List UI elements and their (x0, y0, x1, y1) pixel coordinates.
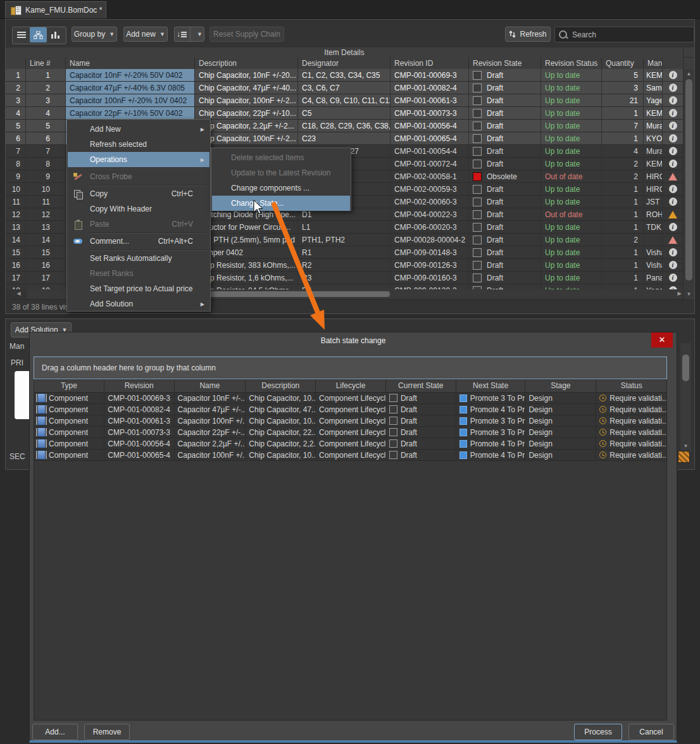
row-status-icon[interactable]: i (669, 198, 677, 206)
scroll-up-icon[interactable]: ▲ (684, 70, 694, 79)
row-status-icon[interactable]: i (669, 122, 677, 130)
column-header-line[interactable]: Line # (26, 58, 66, 69)
grid-header-lifecycle[interactable]: Lifecycle (316, 380, 386, 392)
column-header-info[interactable] (663, 58, 683, 69)
grid-header-name[interactable]: Name (175, 380, 246, 392)
process-button[interactable]: Process (574, 724, 622, 740)
column-header-name[interactable]: Name (66, 58, 195, 69)
state-label: Draft (487, 84, 503, 92)
row-status-icon[interactable]: i (669, 274, 677, 282)
grid-header-description[interactable]: Description (246, 380, 316, 392)
context-menu-item[interactable]: Paste Ctrl+V (68, 217, 209, 232)
row-status-icon[interactable] (668, 236, 677, 244)
row-status-icon[interactable]: i (669, 248, 677, 256)
panel-badge-icon[interactable] (678, 451, 690, 463)
panel-scroll-thumb[interactable] (682, 355, 689, 381)
context-menu-item[interactable]: Add Solution ▶ (68, 296, 209, 312)
cancel-button[interactable]: Cancel (628, 724, 674, 740)
row-status-icon[interactable]: i (669, 84, 677, 92)
state-swatch-icon (473, 84, 482, 92)
row-index-header[interactable] (6, 58, 26, 69)
column-header-manufacturer[interactable]: Manu (644, 58, 663, 69)
search-input[interactable] (571, 30, 681, 40)
grid-header-stage[interactable]: Stage (525, 380, 596, 392)
document-tab[interactable]: Kame_FMU.BomDoc * (5, 1, 106, 18)
list-view-button[interactable] (13, 27, 30, 42)
table-row[interactable]: 3 3 Capacitor 100nF +/-20% 10V 0402 Chip… (6, 94, 683, 107)
next-state-cell[interactable]: Promote 4 To Pr... (456, 438, 526, 449)
row-status-icon[interactable]: i (669, 185, 677, 193)
grid-header-next-state[interactable]: Next State (456, 380, 526, 392)
context-menu-item[interactable]: Comment... Ctrl+Alt+C (68, 234, 209, 249)
chart-view-button[interactable] (47, 27, 64, 42)
column-header-designator[interactable]: Designator (298, 58, 391, 69)
reset-supply-chain-button[interactable]: Reset Supply Chain (209, 27, 284, 42)
panel-scroll-down-icon[interactable]: ▼ (680, 442, 691, 451)
grid-row[interactable]: Component CMP-001-00056-4 Capacitor 2,2µ… (34, 438, 666, 450)
grid-row[interactable]: Component CMP-001-00082-4 Capacitor 47µF… (34, 404, 666, 415)
grid-row[interactable]: Component CMP-001-00069-3 Capacitor 10nF… (34, 393, 666, 404)
table-row[interactable]: 2 2 Capacitor 47µF +/-40% 6.3V 0805 Chip… (6, 82, 683, 94)
vertical-scrollbar[interactable]: ▲ ▼ (683, 69, 694, 299)
grid-row[interactable]: Component CMP-001-00073-3 Capacitor 22pF… (34, 427, 666, 438)
row-status-icon[interactable] (668, 173, 677, 180)
column-header-revision-id[interactable]: Revision ID (391, 58, 469, 69)
submenu-item[interactable]: Update to the Latest Revision (212, 165, 350, 180)
context-menu-item[interactable]: Operations ▶ (68, 152, 209, 167)
context-menu-item[interactable]: Copy Ctrl+C (68, 186, 209, 201)
sort-split-button[interactable]: ↓ ▼ (174, 27, 204, 42)
column-header-revision-status[interactable]: Revision Status (541, 58, 602, 69)
scroll-right-icon[interactable]: ▶ (674, 289, 685, 298)
submenu-item[interactable]: Change components ... (212, 180, 350, 196)
row-status-icon[interactable] (668, 211, 677, 218)
table-row[interactable]: 1 1 Capacitor 10nF +/-20% 50V 0402 Chip … (6, 69, 683, 82)
current-state-cell: Draft (386, 404, 456, 415)
next-state-cell[interactable]: Promote 4 To Pr... (456, 404, 526, 415)
grid-row[interactable]: Component CMP-001-00061-3 Capacitor 100n… (34, 415, 666, 427)
group-by-button[interactable]: Group by▼ (72, 27, 117, 42)
row-status-icon[interactable]: i (669, 71, 677, 79)
context-menu-item[interactable]: Reset Ranks (68, 266, 209, 281)
remove-button[interactable]: Remove (84, 724, 130, 740)
row-status-icon[interactable]: i (669, 96, 677, 104)
close-button[interactable]: ✕ (651, 332, 673, 348)
grid-header-revision[interactable]: Revision (104, 380, 175, 392)
submenu-item[interactable]: Change State... (212, 196, 350, 211)
add-button[interactable]: Add... (32, 724, 78, 740)
scroll-down-icon[interactable]: ▼ (684, 290, 694, 299)
context-menu-item[interactable]: Add New ▶ (68, 122, 209, 137)
grid-header-current-state[interactable]: Current State (386, 380, 456, 392)
refresh-button[interactable]: Refresh (505, 27, 551, 42)
scroll-left-icon[interactable]: ◀ (13, 289, 24, 298)
column-header-revision-state[interactable]: Revision State (469, 58, 541, 69)
context-menu-item[interactable]: Refresh selected (68, 137, 209, 152)
row-status-icon[interactable]: i (669, 160, 677, 168)
grid-row[interactable]: Component CMP-001-00065-4 Capacitor 100n… (34, 450, 666, 461)
grid-header-type[interactable]: Type (34, 380, 104, 392)
table-row[interactable]: 4 4 Capacitor 22pF +/-10% 50V 0402 Chip … (6, 107, 683, 120)
row-status-icon[interactable]: i (669, 261, 677, 269)
row-status-icon[interactable]: i (669, 134, 677, 142)
revision-status-cell: Out of date (541, 170, 602, 182)
group-by-drop-zone[interactable]: Drag a column header here to group by th… (34, 356, 667, 379)
panel-vertical-scrollbar[interactable]: ▼ (680, 343, 691, 452)
next-state-cell[interactable]: Promote 4 To Pr... (456, 450, 526, 460)
grid-header-status[interactable]: Status (596, 380, 666, 392)
next-state-cell[interactable]: Promote 3 To Pr... (456, 415, 526, 426)
submenu-item[interactable]: Delete selected Items (212, 150, 350, 165)
grouped-view-button[interactable] (30, 27, 47, 42)
row-status-icon[interactable]: i (669, 223, 677, 231)
context-menu-item[interactable]: Cross Probe (68, 169, 209, 184)
column-header-quantity[interactable]: Quantity (602, 58, 644, 69)
row-status-icon[interactable]: i (669, 109, 677, 117)
context-menu-item[interactable]: Copy With Header (68, 201, 209, 217)
next-state-cell[interactable]: Promote 3 To Pr... (456, 393, 526, 403)
revision-status-cell: Up to date (541, 120, 602, 132)
next-state-cell[interactable]: Promote 3 To Pr... (456, 427, 526, 438)
context-menu-item[interactable]: Set Ranks Automatically (68, 251, 209, 266)
column-header-description[interactable]: Description (195, 58, 298, 69)
add-new-button[interactable]: Add new▼ (123, 27, 168, 42)
row-status-icon[interactable]: i (669, 147, 677, 155)
context-menu-item[interactable]: Set Target price to Actual price (68, 281, 209, 296)
vertical-scroll-thumb[interactable] (685, 79, 692, 281)
